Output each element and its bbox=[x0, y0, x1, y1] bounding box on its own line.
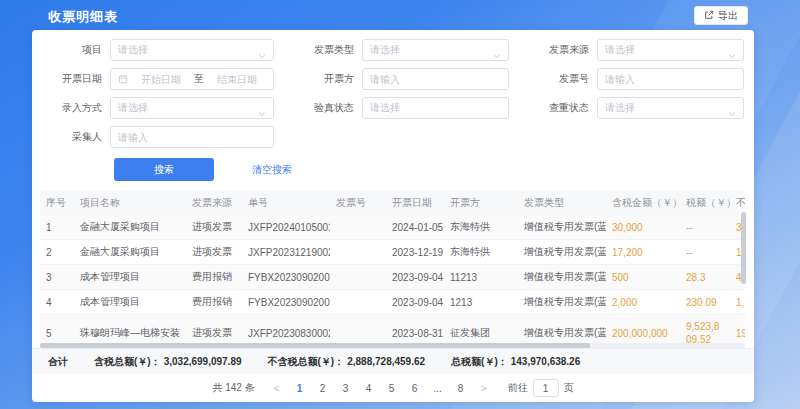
export-button[interactable]: 导出 bbox=[694, 6, 748, 25]
table-header-row: 序号 项目名称 发票来源 单号 发票号 开票日期 开票方 发票类型 含税金额（￥… bbox=[40, 191, 745, 215]
summary-total-label: 合计 bbox=[48, 355, 68, 369]
cell-invoice-no bbox=[330, 240, 386, 265]
cell-order-no: JXFP20240105001 bbox=[242, 215, 330, 240]
pagination-bar: 共 142 条 < 1 2 3 4 5 6 ... 8 > 前往 页 bbox=[32, 374, 754, 402]
verify-status-placeholder: 请选择 bbox=[370, 101, 501, 115]
cell-type: 增值税专用发票(蓝) bbox=[518, 290, 606, 315]
end-date-input[interactable] bbox=[208, 74, 266, 85]
goto-label: 前往 bbox=[508, 381, 528, 395]
export-icon bbox=[704, 10, 714, 22]
cell-tax: 230.09 bbox=[680, 290, 730, 315]
chevron-down-icon bbox=[493, 46, 501, 54]
col-date: 开票日期 bbox=[386, 191, 444, 215]
summary-tax: 总税额(￥)： 143,970,638.26 bbox=[451, 355, 580, 369]
cell-order-no: JXFP20231219002 bbox=[242, 240, 330, 265]
goto-suffix: 页 bbox=[564, 381, 574, 395]
cell-type: 增值税专用发票(蓝) bbox=[518, 240, 606, 265]
table-row: 1金融大厦采购项目进项发票JXFP202401050012024-01-05东海… bbox=[40, 215, 745, 240]
cell-project: 成本管理项目 bbox=[74, 265, 186, 290]
issuer-input-wrap bbox=[362, 68, 509, 90]
cell-seq: 1 bbox=[40, 215, 74, 240]
entry-method-select[interactable]: 请选择 bbox=[110, 97, 274, 119]
chevron-down-icon bbox=[258, 46, 266, 54]
cell-amount: 2,000 bbox=[606, 290, 680, 315]
page-title: 收票明细表 bbox=[48, 8, 118, 26]
summary-tax-value: 143,970,638.26 bbox=[511, 356, 581, 367]
content-card: 项目 请选择 发票类型 请选择 发票来源 请选择 bbox=[32, 30, 754, 402]
summary-excl-tax-label: 不含税总额(￥)： bbox=[268, 355, 345, 369]
entry-method-placeholder: 请选择 bbox=[118, 101, 258, 115]
cell-date: 2023-09-04 bbox=[386, 265, 444, 290]
vertical-scrollbar bbox=[741, 212, 746, 348]
search-button[interactable]: 搜索 bbox=[114, 158, 214, 181]
cell-date: 2023-09-04 bbox=[386, 290, 444, 315]
export-label: 导出 bbox=[718, 9, 738, 23]
dup-check-status-placeholder: 请选择 bbox=[605, 101, 728, 115]
chevron-down-icon bbox=[258, 104, 266, 112]
invoice-date-range-picker[interactable]: 至 bbox=[110, 68, 274, 90]
filter-dup-check-status: 查重状态 请选择 bbox=[523, 97, 744, 119]
prev-page-button[interactable]: < bbox=[268, 379, 286, 397]
page-button-6[interactable]: 6 bbox=[406, 379, 424, 397]
issuer-input[interactable] bbox=[370, 74, 501, 85]
col-project: 项目名称 bbox=[74, 191, 186, 215]
cell-seq: 2 bbox=[40, 240, 74, 265]
filter-panel: 项目 请选择 发票类型 请选择 发票来源 请选择 bbox=[32, 30, 754, 181]
next-page-button[interactable]: > bbox=[475, 379, 493, 397]
page-button-5[interactable]: 5 bbox=[383, 379, 401, 397]
cell-type: 增值税专用发票(蓝) bbox=[518, 215, 606, 240]
invoice-table-area: 序号 项目名称 发票来源 单号 发票号 开票日期 开票方 发票类型 含税金额（￥… bbox=[40, 191, 746, 348]
summary-tax-label: 总税额(￥)： bbox=[451, 355, 508, 369]
col-order-no: 单号 bbox=[242, 191, 330, 215]
summary-incl-tax: 含税总额(￥)： 3,032,699,097.89 bbox=[94, 355, 242, 369]
table-row: 4成本管理项目费用报销FYBX202309020032023-09-041213… bbox=[40, 290, 745, 315]
cell-issuer: 东海特供 bbox=[444, 240, 518, 265]
start-date-input[interactable] bbox=[132, 74, 190, 85]
verify-status-select[interactable]: 请选择 bbox=[362, 97, 509, 119]
invoice-source-select[interactable]: 请选择 bbox=[597, 39, 744, 61]
cell-type: 增值税专用发票(蓝) bbox=[518, 265, 606, 290]
invoice-source-placeholder: 请选择 bbox=[605, 43, 728, 57]
invoice-table-wrap: 序号 项目名称 发票来源 单号 发票号 开票日期 开票方 发票类型 含税金额（￥… bbox=[40, 191, 745, 348]
horizontal-scrollbar-thumb[interactable] bbox=[40, 343, 590, 348]
page-button-2[interactable]: 2 bbox=[314, 379, 332, 397]
project-select[interactable]: 请选择 bbox=[110, 39, 274, 61]
cell-project: 成本管理项目 bbox=[74, 290, 186, 315]
cell-tax: -- bbox=[680, 240, 730, 265]
cell-invoice-no bbox=[330, 215, 386, 240]
filter-invoice-type: 发票类型 请选择 bbox=[288, 39, 509, 61]
clear-search-button[interactable]: 清空搜索 bbox=[252, 163, 292, 177]
cell-source: 费用报销 bbox=[186, 265, 242, 290]
summary-excl-tax: 不含税总额(￥)： 2,888,728,459.62 bbox=[268, 355, 426, 369]
cell-project: 金融大厦采购项目 bbox=[74, 240, 186, 265]
col-seq: 序号 bbox=[40, 191, 74, 215]
top-bar: 收票明细表 导出 bbox=[0, 0, 800, 30]
page-button-1[interactable]: 1 bbox=[291, 379, 309, 397]
col-amount: 含税金额（￥） bbox=[606, 191, 680, 215]
table-row: 3成本管理项目费用报销FYBX202309020032023-09-041121… bbox=[40, 265, 745, 290]
chevron-down-icon bbox=[728, 46, 736, 54]
dup-check-status-select[interactable]: 请选择 bbox=[597, 97, 744, 119]
pagination-goto: 前往 页 bbox=[508, 379, 574, 397]
cell-source: 费用报销 bbox=[186, 290, 242, 315]
invoice-table: 序号 项目名称 发票来源 单号 发票号 开票日期 开票方 发票类型 含税金额（￥… bbox=[40, 191, 745, 348]
cell-project: 金融大厦采购项目 bbox=[74, 215, 186, 240]
page-ellipsis[interactable]: ... bbox=[429, 379, 447, 397]
page-button-4[interactable]: 4 bbox=[360, 379, 378, 397]
goto-page-input[interactable] bbox=[533, 379, 559, 397]
cell-source: 进项发票 bbox=[186, 240, 242, 265]
summary-bar: 合计 含税总额(￥)： 3,032,699,097.89 不含税总额(￥)： 2… bbox=[32, 348, 754, 374]
invoice-no-input[interactable] bbox=[605, 74, 736, 85]
filter-collector: 采集人 bbox=[36, 126, 274, 148]
filter-project: 项目 请选择 bbox=[36, 39, 274, 61]
cell-invoice-no bbox=[330, 265, 386, 290]
vertical-scrollbar-thumb[interactable] bbox=[741, 212, 746, 284]
filter-invoice-date: 开票日期 至 bbox=[36, 68, 274, 90]
page-button-8[interactable]: 8 bbox=[452, 379, 470, 397]
cell-amount: 17,200 bbox=[606, 240, 680, 265]
collector-label: 采集人 bbox=[36, 130, 102, 144]
collector-input[interactable] bbox=[118, 132, 266, 143]
entry-method-label: 录入方式 bbox=[36, 101, 102, 115]
invoice-type-select[interactable]: 请选择 bbox=[362, 39, 509, 61]
page-button-3[interactable]: 3 bbox=[337, 379, 355, 397]
